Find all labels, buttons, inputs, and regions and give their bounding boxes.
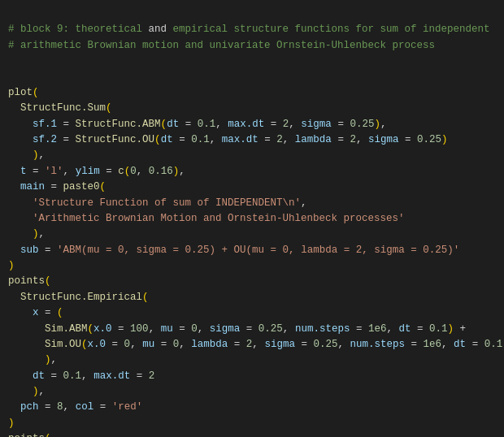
comment-line-2: # arithmetic Brownian motion and univari… bbox=[8, 40, 435, 51]
line-plot-close: ) bbox=[8, 260, 15, 271]
code-editor: # block 9: theoretical and empirical str… bbox=[8, 6, 496, 437]
line-t: t = 'l', ylim = c(0, 0.16), bbox=[8, 166, 185, 177]
line-points2-open: points( bbox=[8, 433, 51, 437]
comment-line-1: # block 9: theoretical and empirical str… bbox=[8, 24, 490, 35]
line-dt-maxdt: dt = 0.1, max.dt = 2 bbox=[8, 370, 154, 382]
line-structfunc-empirical: StructFunc.Empirical( bbox=[8, 292, 149, 303]
line-sim-abm: Sim.ABM(x.0 = 100, mu = 0, sigma = 0.25,… bbox=[8, 323, 466, 335]
line-empirical-close: ), bbox=[8, 386, 45, 397]
line-sim-ou: Sim.OU(x.0 = 0, mu = 0, lambda = 2, sigm… bbox=[8, 339, 504, 350]
line-main-close: ), bbox=[8, 228, 45, 240]
line-main-str2: 'Arithmetic Brownian Motion and Ornstein… bbox=[8, 213, 405, 224]
line-sf1: sf.1 = StructFunc.ABM(dt = 0.1, max.dt =… bbox=[8, 119, 386, 130]
line-structfunc-sum: StructFunc.Sum( bbox=[8, 102, 112, 114]
line-points1-open: points( bbox=[8, 275, 51, 287]
line-close-structfunc: ), bbox=[8, 149, 45, 161]
line-sf2: sf.2 = StructFunc.OU(dt = 0.1, max.dt = … bbox=[8, 134, 448, 145]
line-pch-col: pch = 8, col = 'red' bbox=[8, 401, 142, 413]
line-x-open: x = ( bbox=[8, 307, 63, 318]
line-sub: sub = 'ABM(mu = 0, sigma = 0.25) + OU(mu… bbox=[8, 244, 459, 256]
line-plot-open: plot( bbox=[8, 87, 39, 98]
line-main-str1: 'Structure Function of sum of INDEPENDEN… bbox=[8, 197, 307, 209]
blank-line bbox=[8, 71, 15, 83]
line-main-assign: main = paste0( bbox=[8, 181, 106, 193]
line-points1-close: ) bbox=[8, 418, 15, 429]
line-x-close: ), bbox=[8, 354, 57, 366]
